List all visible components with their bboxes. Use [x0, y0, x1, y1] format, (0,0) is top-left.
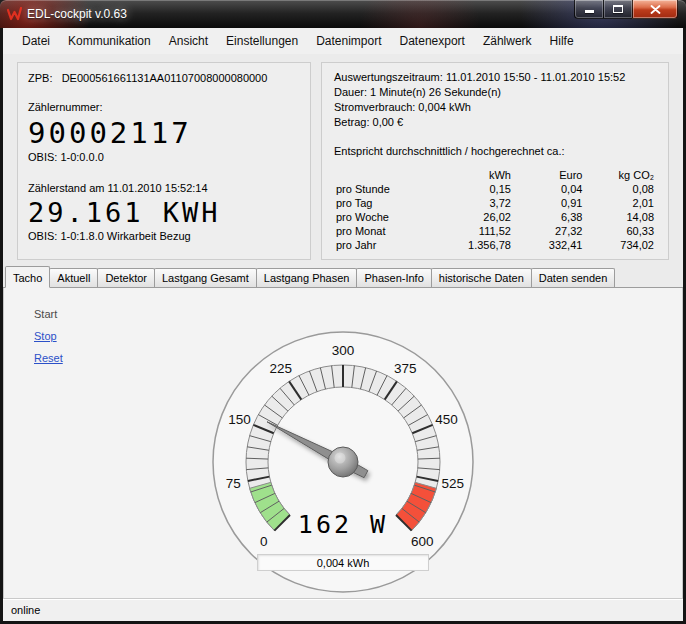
obis-1-label: OBIS: 1-0:0.0.0: [28, 150, 300, 165]
gauge-kwh-display: 0,004 kWh: [257, 554, 429, 571]
header-co2: kg CO₂: [584, 168, 656, 182]
minimize-button[interactable]: [574, 0, 604, 19]
row-label: pro Jahr: [334, 238, 441, 252]
maximize-icon: [613, 5, 623, 13]
evaluation-consumption: Stromverbrauch: 0,004 kWh: [334, 100, 656, 115]
close-button[interactable]: [632, 0, 678, 19]
tab-daten-senden[interactable]: Daten senden: [531, 268, 616, 287]
menu-datenexport[interactable]: Datenexport: [391, 28, 474, 54]
menu-kommunikation[interactable]: Kommunikation: [59, 28, 160, 54]
tab-detektor[interactable]: Detektor: [97, 268, 155, 287]
svg-text:525: 525: [442, 476, 465, 491]
caption-buttons: [574, 0, 678, 19]
table-cell: 332,41: [513, 238, 585, 252]
header-euro: Euro: [513, 168, 585, 182]
evaluation-period: Auswertungszeitraum: 11.01.2010 15:50 - …: [334, 70, 656, 85]
menu-einstellungen[interactable]: Einstellungen: [217, 28, 307, 54]
table-row: pro Monat 111,52 27,32 60,33: [334, 224, 656, 238]
table-cell: 1.356,78: [441, 238, 513, 252]
minimize-icon: [585, 10, 594, 13]
table-cell: 3,72: [441, 196, 513, 210]
evaluation-panel: Auswertungszeitraum: 11.01.2010 15:50 - …: [321, 62, 669, 260]
menu-datenimport[interactable]: Datenimport: [307, 28, 390, 54]
stop-link[interactable]: Stop: [34, 330, 57, 342]
tab-historische-daten[interactable]: historische Daten: [431, 268, 532, 287]
start-link[interactable]: Start: [34, 308, 57, 320]
tab-tacho[interactable]: Tacho: [5, 266, 50, 288]
svg-text:375: 375: [394, 361, 417, 376]
gauge-value-display: 162 W: [133, 510, 553, 539]
header-kwh: kWh: [441, 168, 513, 182]
tacho-gauge: 075150225300375450525600 162 W 0,004 kWh: [133, 324, 553, 596]
table-cell: 2,01: [584, 196, 656, 210]
table-row: pro Tag 3,72 0,91 2,01: [334, 196, 656, 210]
top-panels: ZPB: DE000561661131AA01107008000080000 Z…: [3, 54, 683, 266]
menu-bar: Datei Kommunikation Ansicht Einstellunge…: [3, 28, 683, 54]
svg-text:300: 300: [332, 343, 355, 358]
app-icon: [7, 7, 22, 21]
svg-text:225: 225: [270, 361, 293, 376]
reading-date-label: Zählerstand am 11.01.2010 15:52:14: [28, 181, 300, 196]
tab-strip: Tacho Aktuell Detektor Lastgang Gesamt L…: [3, 266, 683, 288]
tab-aktuell[interactable]: Aktuell: [49, 268, 98, 287]
table-cell: 734,02: [584, 238, 656, 252]
table-row: pro Woche 26,02 6,38 14,08: [334, 210, 656, 224]
projection-heading: Entspricht durchschnittlich / hochgerech…: [334, 144, 656, 159]
table-cell: 0,15: [441, 182, 513, 196]
table-cell: 111,52: [441, 224, 513, 238]
table-cell: 0,91: [513, 196, 585, 210]
obis-2-label: OBIS: 1-0:1.8.0 Wirkarbeit Bezug: [28, 229, 300, 244]
tacho-tab-page: Start Stop Reset 07515022530037545052560…: [3, 288, 683, 598]
projection-header-row: kWh Euro kg CO₂: [334, 168, 656, 182]
projection-table: kWh Euro kg CO₂ pro Stunde 0,15 0,04 0,0…: [334, 168, 656, 252]
table-cell: 0,08: [584, 182, 656, 196]
tab-lastgang-gesamt[interactable]: Lastgang Gesamt: [154, 268, 257, 287]
svg-text:75: 75: [226, 476, 241, 491]
title-bar[interactable]: EDL-cockpit v.0.63: [0, 0, 686, 28]
window-title: EDL-cockpit v.0.63: [27, 0, 127, 28]
meter-number-display: 90002117: [28, 116, 300, 150]
row-label: pro Tag: [334, 196, 441, 210]
table-cell: [334, 168, 441, 182]
svg-text:450: 450: [435, 412, 458, 427]
window-client-area: Datei Kommunikation Ansicht Einstellunge…: [0, 28, 686, 624]
row-label: pro Monat: [334, 224, 441, 238]
menu-ansicht[interactable]: Ansicht: [160, 28, 217, 54]
table-cell: 27,32: [513, 224, 585, 238]
row-label: pro Stunde: [334, 182, 441, 196]
table-cell: 0,04: [513, 182, 585, 196]
tab-phasen-info[interactable]: Phasen-Info: [356, 268, 431, 287]
table-cell: 60,33: [584, 224, 656, 238]
reset-link[interactable]: Reset: [34, 352, 63, 364]
screen: { "window": { "title": "EDL-cockpit v.0.…: [0, 0, 686, 624]
status-text: online: [11, 604, 40, 616]
row-label: pro Woche: [334, 210, 441, 224]
menu-zaehlwerk[interactable]: Zählwerk: [474, 28, 541, 54]
meter-number-label: Zählernummer:: [28, 100, 300, 115]
zpb-line: ZPB: DE000561661131AA01107008000080000: [28, 71, 300, 86]
meter-panel: ZPB: DE000561661131AA01107008000080000 Z…: [17, 62, 311, 260]
evaluation-amount: Betrag: 0,00 €: [334, 115, 656, 130]
meter-reading-display: 29.161 KWH: [28, 197, 300, 229]
zpb-label: ZPB:: [28, 72, 52, 84]
menu-hilfe[interactable]: Hilfe: [541, 28, 583, 54]
table-row: pro Jahr 1.356,78 332,41 734,02: [334, 238, 656, 252]
evaluation-duration: Dauer: 1 Minute(n) 26 Sekunde(n): [334, 85, 656, 100]
menu-datei[interactable]: Datei: [13, 28, 59, 54]
app-window: EDL-cockpit v.0.63 Datei Kommunikation A…: [0, 0, 686, 624]
zpb-value: DE000561661131AA01107008000080000: [62, 72, 268, 84]
tacho-controls: Start Stop Reset: [34, 308, 63, 374]
table-cell: 14,08: [584, 210, 656, 224]
table-cell: 26,02: [441, 210, 513, 224]
close-icon: [650, 5, 661, 14]
tab-lastgang-phasen[interactable]: Lastgang Phasen: [256, 268, 358, 287]
table-row: pro Stunde 0,15 0,04 0,08: [334, 182, 656, 196]
table-cell: 6,38: [513, 210, 585, 224]
maximize-button[interactable]: [604, 0, 632, 19]
svg-text:150: 150: [228, 412, 251, 427]
status-bar: online: [3, 598, 683, 621]
